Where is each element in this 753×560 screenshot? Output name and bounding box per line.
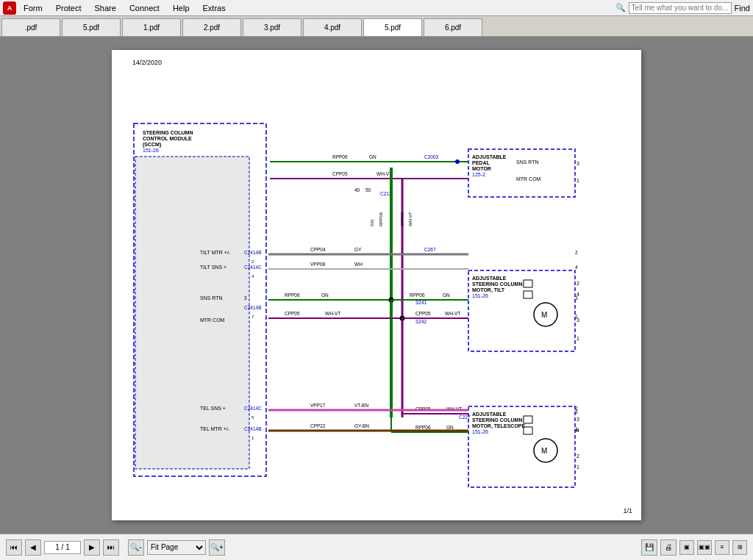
zoom-select[interactable]: Fit Page 50% 75% 100% 125% 150%	[147, 540, 206, 555]
single-page-view-button[interactable]: ▣	[679, 540, 694, 555]
svg-text:ADJUSTABLE: ADJUSTABLE	[472, 154, 507, 159]
svg-text:WH: WH	[354, 262, 363, 267]
svg-text:4: 4	[251, 274, 254, 279]
svg-text:GN: GN	[370, 220, 374, 226]
tab-2[interactable]: 1.pdf	[122, 18, 181, 36]
svg-text:MOTOR: MOTOR	[472, 166, 491, 171]
svg-rect-23	[524, 291, 532, 298]
svg-text:RPP06: RPP06	[415, 425, 431, 430]
svg-text:GN: GN	[321, 292, 329, 298]
search-bar: 🔍 Find	[615, 2, 750, 14]
svg-text:C2414C: C2414C	[244, 406, 262, 411]
svg-text:C2003: C2003	[424, 154, 439, 159]
acrobat-icon: A	[3, 1, 16, 15]
tab-3[interactable]: 2.pdf	[182, 18, 241, 36]
svg-point-45	[455, 159, 460, 164]
svg-text:GN: GN	[443, 292, 450, 298]
svg-text:1: 1	[577, 464, 579, 470]
svg-text:S242: S242	[415, 319, 427, 324]
last-page-button[interactable]: ⏭	[103, 539, 119, 556]
prev-page-button[interactable]: ◀	[25, 539, 41, 556]
svg-text:RPP06: RPP06	[379, 212, 383, 226]
svg-rect-5	[135, 157, 249, 469]
menu-form[interactable]: Form	[18, 2, 49, 14]
zoom-in-button[interactable]: 🔍+	[209, 539, 225, 556]
svg-text:MTR COM: MTR COM	[200, 317, 225, 323]
search-input[interactable]	[629, 2, 732, 14]
svg-text:GY-BN: GY-BN	[354, 423, 369, 428]
svg-text:WH-VT: WH-VT	[325, 311, 340, 316]
svg-text:40: 40	[354, 187, 360, 193]
svg-rect-22	[524, 280, 532, 287]
bottom-toolbar: ⏮ ◀ ▶ ⏭ 🔍- Fit Page 50% 75% 100% 125% 15…	[0, 534, 753, 560]
svg-text:TILT SNS +: TILT SNS +	[200, 265, 226, 270]
svg-text:4: 4	[575, 265, 578, 270]
date-label: 14/2/2020	[132, 59, 162, 66]
svg-text:C227: C227	[459, 414, 471, 420]
find-label: Find	[735, 4, 750, 12]
wiring-diagram: STEERING COLUMN CONTROL MODULE (SCCM) 15…	[126, 72, 627, 513]
main-content: 14/2/2020 STEERING COLUMN CONTROL MODULE…	[0, 37, 753, 534]
svg-text:CPP05: CPP05	[415, 311, 431, 316]
svg-text:C2414B: C2414B	[244, 426, 262, 431]
svg-text:2: 2	[575, 250, 578, 255]
menu-help[interactable]: Help	[167, 2, 196, 14]
first-page-button[interactable]: ⏮	[6, 539, 22, 556]
svg-text:5: 5	[251, 415, 254, 420]
svg-text:RPP06: RPP06	[410, 292, 425, 298]
svg-text:M: M	[541, 447, 547, 455]
menu-protect[interactable]: Protect	[50, 2, 88, 14]
svg-text:50: 50	[365, 187, 371, 193]
svg-text:2: 2	[575, 406, 578, 411]
svg-text:S241: S241	[415, 300, 427, 305]
menu-share[interactable]: Share	[89, 2, 122, 14]
next-page-button[interactable]: ▶	[84, 539, 100, 556]
scroll-view-button[interactable]: ≡	[715, 540, 729, 555]
zoom-out-button[interactable]: 🔍-	[128, 539, 144, 556]
svg-text:CPP22: CPP22	[310, 423, 326, 428]
svg-text:1: 1	[251, 436, 254, 440]
svg-text:C2414C: C2414C	[244, 265, 262, 270]
print-button[interactable]: 🖨	[660, 539, 677, 556]
svg-text:CPP05: CPP05	[400, 212, 404, 226]
two-page-scroll-button[interactable]: ⊞	[732, 540, 747, 555]
svg-text:ADJUSTABLE: ADJUSTABLE	[472, 412, 507, 417]
svg-text:2: 2	[577, 453, 579, 459]
tab-1[interactable]: 5.pdf	[62, 18, 121, 36]
svg-text:MOTOR, TELESCOPE: MOTOR, TELESCOPE	[472, 423, 526, 429]
tab-bar: .pdf 5.pdf 1.pdf 2.pdf 3.pdf 4.pdf 5.pdf…	[0, 16, 753, 37]
tab-5[interactable]: 4.pdf	[303, 18, 362, 36]
svg-text:125-2: 125-2	[472, 172, 485, 177]
svg-text:VPP08: VPP08	[310, 262, 326, 267]
tab-0[interactable]: .pdf	[1, 18, 60, 36]
svg-text:STEERING COLUMN: STEERING COLUMN	[143, 130, 193, 135]
svg-text:GN: GN	[446, 425, 454, 430]
page-number: 1/1	[623, 507, 632, 514]
svg-text:RPP06: RPP06	[285, 292, 300, 298]
svg-text:3: 3	[577, 417, 579, 422]
two-page-view-button[interactable]: ▣▣	[697, 540, 712, 555]
svg-text:151-26: 151-26	[472, 429, 488, 434]
svg-text:151-26: 151-26	[143, 148, 159, 153]
svg-text:WH-VT: WH-VT	[408, 212, 413, 226]
tab-6[interactable]: 5.pdf	[363, 18, 422, 36]
svg-text:VT-BN: VT-BN	[354, 403, 368, 408]
document-page: 14/2/2020 STEERING COLUMN CONTROL MODULE…	[112, 50, 641, 520]
menu-bar: A Form Protect Share Connect Help Extras…	[0, 0, 753, 16]
save-copy-button[interactable]: 💾	[641, 539, 657, 556]
svg-text:3: 3	[575, 295, 578, 301]
menu-connect[interactable]: Connect	[124, 2, 165, 14]
svg-text:C2414B: C2414B	[244, 305, 262, 310]
svg-text:TILT MTR +/-: TILT MTR +/-	[200, 250, 231, 255]
svg-text:TEL SNS +: TEL SNS +	[200, 406, 226, 411]
tab-4[interactable]: 3.pdf	[243, 18, 301, 36]
svg-text:2: 2	[577, 281, 579, 286]
svg-text:TEL MTR +/-: TEL MTR +/-	[200, 426, 230, 431]
svg-text:STEERING COLUMN: STEERING COLUMN	[472, 281, 522, 287]
svg-text:WH-VT: WH-VT	[445, 311, 460, 316]
tab-7[interactable]: 6.pdf	[424, 18, 482, 36]
svg-text:RPP06: RPP06	[332, 154, 348, 159]
menu-extras[interactable]: Extras	[197, 2, 232, 14]
svg-text:(SCCM): (SCCM)	[143, 142, 161, 148]
page-input[interactable]	[44, 541, 81, 554]
